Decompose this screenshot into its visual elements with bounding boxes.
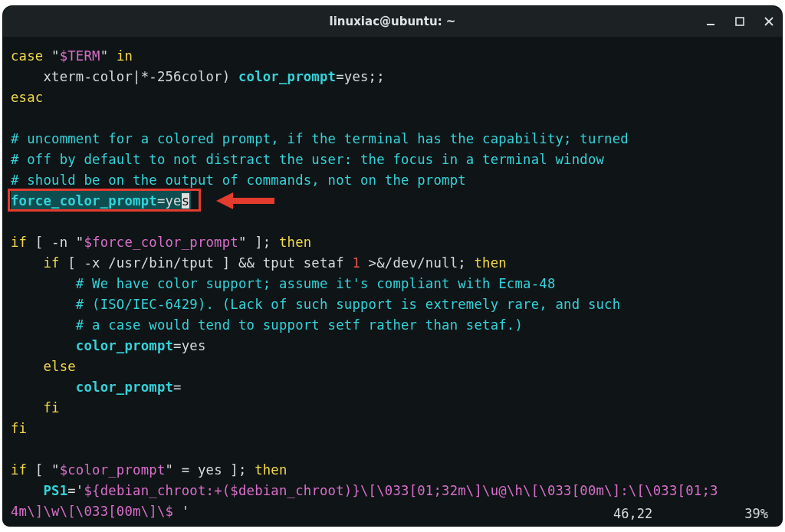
code-text: case [11,48,43,64]
terminal-content[interactable]: case "$TERM" in xterm-color|*-256color) … [3,37,782,526]
scroll-percent: 39% [744,506,768,521]
svg-rect-1 [736,18,744,25]
maximize-button[interactable] [733,15,747,28]
minimize-button[interactable] [704,15,718,28]
titlebar[interactable]: linuxiac@ubuntu: ~ [3,6,782,37]
highlighted-line: force_color_prompt=yes [11,191,191,212]
svg-rect-0 [707,24,714,25]
close-button[interactable] [762,15,776,28]
status-bar: 46,22 39% [613,506,768,521]
window-controls [704,6,776,37]
cursor-position: 46,22 [613,506,652,521]
cursor: s [182,193,190,209]
window-title: linuxiac@ubuntu: ~ [330,15,456,28]
terminal-window: linuxiac@ubuntu: ~ case "$TERM" in xterm… [3,6,782,526]
